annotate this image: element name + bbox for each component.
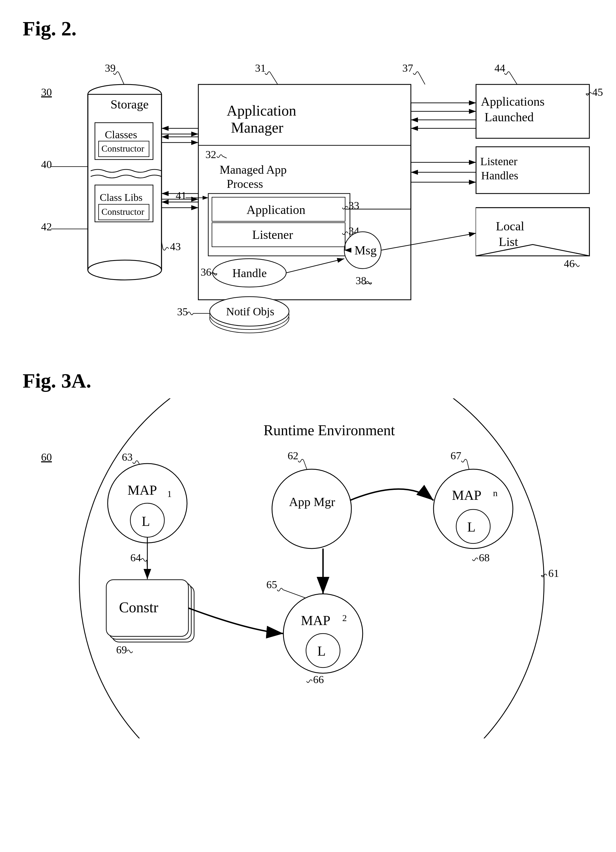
appmanager-label2: Manager [231, 119, 283, 136]
map2-subscript: 2 [342, 613, 347, 623]
fig3a-diagram: 60 61 Runtime Environment 63 MAP 1 L 64 … [23, 398, 604, 739]
locallist-label2: List [499, 235, 518, 249]
ref-31: 31 [255, 62, 266, 74]
l3-label: L [317, 644, 326, 659]
ref-41: 41 [176, 190, 186, 201]
ref-67: 67 [450, 450, 461, 462]
ref-61: 61 [548, 567, 559, 579]
ref-44: 44 [494, 62, 505, 74]
storage-label: Storage [110, 97, 148, 111]
appmanager-label: Application [226, 103, 296, 119]
classes-label: Classes [105, 128, 137, 140]
map2-label: MAP [301, 613, 331, 628]
handle-label: Handle [233, 267, 267, 279]
notifobjs-label: Notif Objs [226, 305, 274, 318]
locallist-label1: Local [496, 219, 524, 233]
svg-line-2 [119, 73, 125, 86]
map1-subscript: 1 [167, 489, 172, 499]
ref-66: 66 [313, 674, 324, 686]
ref-30: 30 [41, 86, 52, 98]
ref-65: 65 [266, 579, 277, 591]
classlibs-label: Class Libs [100, 192, 142, 203]
ref-39: 39 [105, 62, 116, 74]
constructor2-label: Constructor [101, 207, 144, 217]
l1-label: L [142, 514, 150, 529]
mapn-label: MAP [452, 488, 482, 503]
page: Fig. 2. 30 39 Storage 40 42 [0, 0, 616, 852]
fig2-title: Fig. 2. [23, 17, 593, 41]
mapn-subscript: n [493, 488, 498, 498]
svg-line-16 [510, 73, 517, 85]
managed-label: Managed App [220, 163, 287, 176]
ref-38: 38 [356, 275, 366, 287]
ref-42: 42 [41, 221, 52, 233]
ref-32: 32 [205, 148, 216, 160]
ref-46: 46 [564, 258, 575, 269]
ref-33: 33 [349, 199, 359, 211]
ref-64: 64 [130, 552, 141, 563]
svg-line-15 [419, 73, 425, 85]
storage-body [88, 94, 162, 270]
listener-label: Listener [252, 228, 293, 242]
ref-68: 68 [479, 552, 490, 563]
runtime-env-circle [79, 398, 544, 739]
constr-label: Constr [119, 599, 159, 615]
ref-35: 35 [177, 306, 188, 318]
l2-label: L [467, 520, 476, 534]
ref-69: 69 [116, 644, 127, 656]
fig3a-title: Fig. 3A. [23, 369, 593, 393]
ref-60: 60 [41, 451, 52, 463]
ref-37: 37 [402, 62, 413, 74]
listenerhandles-label1: Listener [480, 155, 517, 168]
ref-45: 45 [592, 86, 603, 98]
listenerhandles-label2: Handles [481, 169, 518, 182]
appmgr-label: App Mgr [289, 495, 335, 509]
ref-36: 36 [201, 266, 211, 278]
ref-43: 43 [170, 240, 181, 252]
appslaunched-label2: Launched [485, 110, 533, 124]
constructor1-label: Constructor [101, 144, 144, 154]
ref-62: 62 [288, 450, 298, 462]
runtime-label: Runtime Environment [264, 422, 395, 438]
msg-label: Msg [355, 243, 377, 257]
svg-line-8 [270, 73, 278, 85]
map1-label: MAP [127, 482, 157, 497]
fig2-diagram: 30 39 Storage 40 42 Classes Constructor … [23, 46, 604, 352]
storage-bottom-ellipse [88, 260, 162, 280]
ref-63: 63 [122, 451, 133, 463]
managed-label2: Process [226, 177, 263, 190]
appmgr-circle [272, 469, 351, 548]
application-label: Application [246, 203, 305, 217]
appslaunched-label1: Applications [481, 95, 545, 109]
ref-40: 40 [41, 159, 52, 170]
